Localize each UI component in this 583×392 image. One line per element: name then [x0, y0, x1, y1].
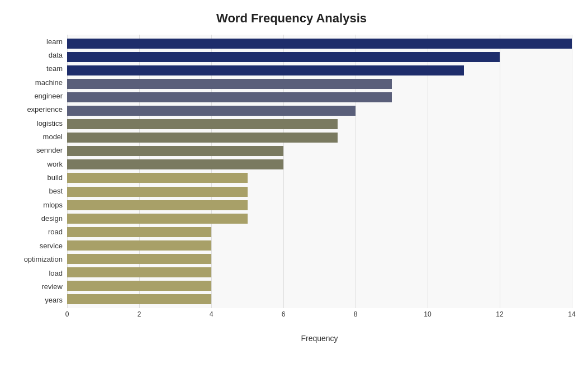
bar	[67, 133, 338, 143]
bar	[67, 200, 248, 210]
bar-row	[67, 117, 572, 131]
chart-title: Word Frequency Analysis	[11, 11, 572, 26]
bar-row	[67, 158, 572, 171]
y-label: years	[11, 296, 67, 304]
bar-row	[67, 212, 572, 225]
y-label: build	[11, 174, 67, 181]
x-tick: 10	[424, 310, 431, 318]
bar-row	[67, 104, 572, 117]
bar	[67, 227, 211, 237]
bar	[67, 92, 392, 102]
y-label: mlops	[11, 201, 67, 209]
x-tick: 6	[282, 310, 286, 318]
bar-row	[67, 252, 572, 266]
y-label: work	[11, 160, 67, 168]
bar	[67, 240, 211, 251]
y-label: logistics	[11, 120, 67, 127]
y-label: learn	[11, 38, 67, 45]
bar	[67, 39, 572, 49]
bar-row	[67, 91, 572, 104]
bar	[67, 214, 248, 224]
bar	[67, 281, 211, 291]
bar-row	[67, 199, 572, 212]
y-label: machine	[11, 79, 67, 86]
bar-row	[67, 37, 572, 50]
x-tick: 12	[496, 310, 503, 318]
x-axis: 02468101214	[67, 310, 572, 322]
y-label: model	[11, 133, 67, 140]
y-label: engineer	[11, 92, 67, 100]
y-label: team	[11, 65, 67, 72]
x-axis-label: Frequency	[67, 334, 572, 343]
bar	[67, 173, 248, 183]
bar	[67, 294, 211, 304]
y-label: sennder	[11, 147, 67, 154]
bar-row	[67, 266, 572, 279]
y-label: load	[11, 270, 67, 277]
y-label: data	[11, 51, 67, 59]
x-tick: 0	[65, 310, 69, 318]
bar-row	[67, 239, 572, 252]
y-label: road	[11, 228, 67, 235]
bar	[67, 254, 211, 264]
bar	[67, 267, 211, 277]
y-label: experience	[11, 106, 67, 113]
bar-row	[67, 131, 572, 144]
y-label: best	[11, 187, 67, 195]
bar	[67, 106, 356, 116]
bar	[67, 146, 283, 156]
x-tick: 8	[354, 310, 358, 318]
y-label: review	[11, 283, 67, 290]
bar	[67, 79, 392, 89]
x-tick: 4	[210, 310, 214, 318]
bar	[67, 119, 338, 129]
grid-line	[572, 35, 572, 308]
x-tick: 14	[568, 310, 575, 318]
chart-area: learndatateammachineengineerexperiencelo…	[11, 35, 572, 343]
bar-row	[67, 279, 572, 292]
bar-row	[67, 50, 572, 64]
x-tick: 2	[138, 310, 141, 318]
bar	[67, 159, 283, 169]
y-label: optimization	[11, 256, 67, 263]
y-labels: learndatateammachineengineerexperiencelo…	[11, 35, 67, 308]
bars-wrapper	[67, 35, 572, 308]
bars-section: learndatateammachineengineerexperiencelo…	[11, 35, 572, 308]
bar-row	[67, 171, 572, 185]
bar-row	[67, 185, 572, 199]
bar	[67, 52, 500, 62]
y-label: service	[11, 242, 67, 249]
bar-row	[67, 225, 572, 239]
bar-row	[67, 144, 572, 158]
bar-row	[67, 64, 572, 77]
bar-row	[67, 292, 572, 306]
plot-area	[67, 35, 572, 308]
y-label: design	[11, 215, 67, 222]
bar-row	[67, 77, 572, 91]
chart-container: Word Frequency Analysis learndatateammac…	[0, 0, 583, 392]
bar	[67, 65, 464, 75]
bar	[67, 187, 248, 197]
